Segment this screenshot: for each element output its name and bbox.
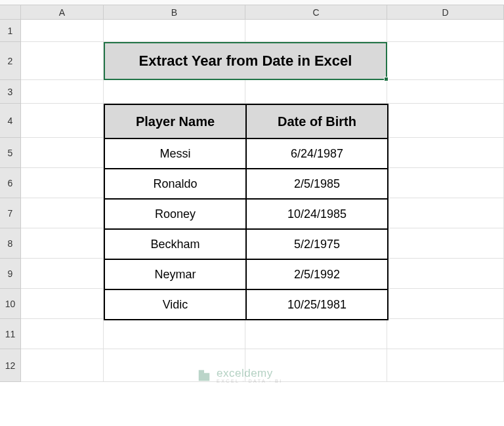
cell-dob[interactable]: 2/5/1985: [246, 169, 388, 199]
col-header-d[interactable]: D: [387, 5, 504, 19]
cell-b11[interactable]: [104, 319, 245, 349]
header-player-name[interactable]: Player Name: [104, 104, 246, 138]
cell-player[interactable]: Rooney: [104, 199, 246, 229]
cell-d12[interactable]: [387, 349, 504, 382]
cell-d11[interactable]: [387, 319, 504, 349]
cell-d10[interactable]: [387, 289, 504, 319]
table-row: Messi 6/24/1987: [104, 138, 388, 169]
cell-d8[interactable]: [387, 228, 504, 259]
cell-player[interactable]: Ronaldo: [104, 169, 246, 199]
watermark-text: exceldemy EXCEL · DATA · BI: [217, 368, 283, 383]
cell-d7[interactable]: [387, 198, 504, 228]
table-row: Vidic 10/25/1981: [104, 289, 388, 320]
cell-a2[interactable]: [21, 42, 104, 80]
row-11: 11: [0, 319, 504, 349]
cell-d2[interactable]: [387, 42, 504, 80]
cell-player[interactable]: Messi: [104, 138, 246, 169]
cell-d3[interactable]: [387, 80, 504, 104]
exceldemy-logo-icon: [197, 368, 211, 383]
cell-player[interactable]: Neymar: [104, 259, 246, 289]
row-header-12[interactable]: 12: [0, 349, 21, 382]
row-header-8[interactable]: 8: [0, 228, 21, 259]
table-row: Ronaldo 2/5/1985: [104, 169, 388, 199]
cell-a12[interactable]: [21, 349, 104, 382]
title-text: Extract Year from Date in Excel: [139, 53, 352, 70]
row-header-11[interactable]: 11: [0, 319, 21, 349]
cell-d9[interactable]: [387, 259, 504, 289]
col-header-c[interactable]: C: [245, 5, 387, 19]
row-header-1[interactable]: 1: [0, 20, 21, 42]
table-header-row: Player Name Date of Birth: [104, 104, 388, 138]
cell-a5[interactable]: [21, 138, 104, 168]
cell-a7[interactable]: [21, 198, 104, 228]
cell-d1[interactable]: [387, 20, 504, 42]
row-header-2[interactable]: 2: [0, 42, 21, 80]
col-header-a[interactable]: A: [21, 5, 104, 19]
cell-c1[interactable]: [245, 20, 387, 42]
cell-a10[interactable]: [21, 289, 104, 319]
table-row: Neymar 2/5/1992: [104, 259, 388, 289]
table-row: Rooney 10/24/1985: [104, 199, 388, 229]
cell-dob[interactable]: 2/5/1992: [246, 259, 388, 289]
cell-a3[interactable]: [21, 80, 104, 104]
header-date-of-birth[interactable]: Date of Birth: [246, 104, 388, 138]
cell-c11[interactable]: [245, 319, 387, 349]
cell-d5[interactable]: [387, 138, 504, 168]
cell-player[interactable]: Vidic: [104, 289, 246, 320]
cell-d6[interactable]: [387, 168, 504, 198]
watermark-sub: EXCEL · DATA · BI: [217, 379, 283, 383]
cell-a8[interactable]: [21, 228, 104, 259]
row-header-4[interactable]: 4: [0, 104, 21, 138]
col-header-b[interactable]: B: [104, 5, 245, 19]
row-3: 3: [0, 80, 504, 104]
watermark-name: exceldemy: [217, 368, 283, 379]
cell-dob[interactable]: 5/2/1975: [246, 229, 388, 259]
cell-a1[interactable]: [21, 20, 104, 42]
cell-b1[interactable]: [104, 20, 245, 42]
column-headers: A B C D: [0, 5, 504, 20]
data-table: Player Name Date of Birth Messi 6/24/198…: [104, 104, 388, 320]
row-header-7[interactable]: 7: [0, 198, 21, 228]
cell-a11[interactable]: [21, 319, 104, 349]
formula-bar-area: [0, 0, 504, 5]
title-merged-cell[interactable]: Extract Year from Date in Excel: [104, 42, 387, 80]
cell-c3[interactable]: [245, 80, 387, 104]
cell-dob[interactable]: 10/25/1981: [246, 289, 388, 320]
cell-dob[interactable]: 6/24/1987: [246, 138, 388, 169]
cell-dob[interactable]: 10/24/1985: [246, 199, 388, 229]
row-header-5[interactable]: 5: [0, 138, 21, 168]
cell-d4[interactable]: [387, 104, 504, 138]
fill-handle[interactable]: [384, 77, 388, 81]
watermark: exceldemy EXCEL · DATA · BI: [197, 368, 283, 383]
row-header-6[interactable]: 6: [0, 168, 21, 198]
row-header-9[interactable]: 9: [0, 259, 21, 289]
select-all-corner[interactable]: [0, 5, 21, 19]
row-1: 1: [0, 20, 504, 42]
cell-a6[interactable]: [21, 168, 104, 198]
cell-a4[interactable]: [21, 104, 104, 138]
cell-player[interactable]: Beckham: [104, 229, 246, 259]
row-header-10[interactable]: 10: [0, 289, 21, 319]
cell-a9[interactable]: [21, 259, 104, 289]
table-row: Beckham 5/2/1975: [104, 229, 388, 259]
cell-b3[interactable]: [104, 80, 245, 104]
row-header-3[interactable]: 3: [0, 80, 21, 104]
